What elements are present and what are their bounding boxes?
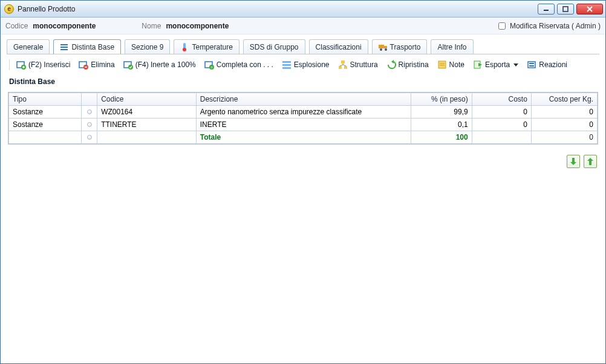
maximize-icon bbox=[562, 6, 569, 12]
reazioni-button[interactable]: Reazioni bbox=[524, 58, 572, 71]
tab-distinta-base[interactable]: Distinta Base bbox=[53, 39, 121, 54]
cell-costo[interactable]: 0 bbox=[472, 119, 531, 131]
minimize-button[interactable] bbox=[538, 4, 555, 15]
inserisci-label: (F2) Inserisci bbox=[28, 60, 70, 69]
close-button[interactable] bbox=[576, 4, 603, 15]
tab-sezione9[interactable]: Sezione 9 bbox=[125, 39, 170, 54]
col-tipo[interactable]: Tipo bbox=[9, 93, 82, 106]
svg-marker-46 bbox=[587, 158, 593, 161]
svg-line-32 bbox=[340, 65, 343, 66]
header-row: Codice monocomponente Nome monocomponent… bbox=[1, 18, 605, 34]
svg-rect-43 bbox=[529, 65, 534, 67]
modifica-riservata-checkbox[interactable]: Modifica Riservata ( Admin ) bbox=[496, 21, 601, 31]
tab-classificazioni[interactable]: Classificazioni bbox=[309, 39, 368, 54]
cell-descrizione[interactable]: INERTE bbox=[196, 119, 411, 131]
table-row[interactable]: Sostanze TTINERTE INERTE 0,1 0 0 bbox=[9, 119, 598, 131]
cell-costokg[interactable]: 0 bbox=[531, 106, 597, 119]
esplosione-button[interactable]: Esplosione bbox=[279, 58, 334, 71]
cell-costo[interactable]: 0 bbox=[472, 106, 531, 119]
svg-marker-45 bbox=[570, 162, 576, 165]
status-dot-icon bbox=[87, 109, 92, 114]
cell-status[interactable] bbox=[81, 119, 97, 131]
tab-label: SDS di Gruppo bbox=[250, 43, 299, 51]
svg-line-33 bbox=[343, 65, 346, 66]
cell-costokg[interactable]: 0 bbox=[531, 119, 597, 131]
table-row[interactable]: Sostanze WZ00164 Argento nanometrico sen… bbox=[9, 106, 598, 119]
cell-status[interactable] bbox=[81, 106, 97, 119]
cell-peso[interactable]: 0,1 bbox=[411, 119, 472, 131]
cell-total-label: Totale bbox=[196, 131, 411, 144]
esplosione-label: Esplosione bbox=[294, 60, 330, 69]
inerte-icon bbox=[123, 60, 133, 70]
codice-label: Codice bbox=[5, 22, 28, 30]
minimize-icon bbox=[543, 6, 549, 12]
svg-rect-29 bbox=[339, 66, 342, 69]
status-dot-icon bbox=[87, 122, 92, 127]
app-icon: e bbox=[4, 4, 14, 14]
col-peso[interactable]: % (in peso) bbox=[411, 93, 472, 106]
table-header-row: Tipo Codice Descrizione % (in peso) Cost… bbox=[9, 93, 598, 106]
completa-label: Completa con . . . bbox=[217, 60, 273, 69]
svg-marker-34 bbox=[391, 60, 394, 63]
svg-rect-27 bbox=[282, 67, 291, 69]
tabstrip: Generale Distinta Base Sezione 9 Tempera… bbox=[1, 34, 605, 54]
move-down-button[interactable] bbox=[567, 155, 580, 168]
inerte-button[interactable]: (F4) Inerte a 100% bbox=[120, 58, 200, 71]
distinta-base-table[interactable]: Tipo Codice Descrizione % (in peso) Cost… bbox=[8, 93, 598, 144]
svg-rect-4 bbox=[60, 44, 68, 45]
arrow-up-icon bbox=[587, 157, 594, 166]
svg-rect-25 bbox=[282, 61, 291, 63]
completa-icon: ? bbox=[204, 60, 214, 70]
arrow-down-icon bbox=[570, 157, 577, 166]
tab-sds-gruppo[interactable]: SDS di Gruppo bbox=[243, 39, 305, 54]
move-up-button[interactable] bbox=[584, 155, 597, 168]
svg-rect-47 bbox=[589, 161, 591, 165]
struttura-label: Struttura bbox=[350, 60, 378, 69]
panel-title: Distinta Base bbox=[1, 75, 605, 87]
struttura-button[interactable]: Struttura bbox=[335, 58, 382, 71]
note-button[interactable]: Note bbox=[434, 58, 469, 71]
tab-label: Temperature bbox=[192, 43, 232, 51]
cell-tipo bbox=[9, 131, 82, 144]
inserisci-button[interactable]: (F2) Inserisci bbox=[13, 58, 74, 71]
chevron-down-icon bbox=[513, 60, 518, 69]
svg-point-8 bbox=[183, 48, 186, 51]
reazioni-icon bbox=[527, 60, 536, 70]
tab-temperature[interactable]: Temperature bbox=[174, 39, 239, 54]
cell-peso[interactable]: 99,9 bbox=[411, 106, 472, 119]
cell-descrizione[interactable]: Argento nanometrico senza impurezze clas… bbox=[196, 106, 411, 119]
maximize-button[interactable] bbox=[557, 4, 574, 15]
col-costo[interactable]: Costo bbox=[472, 93, 531, 106]
restore-icon bbox=[386, 60, 396, 70]
svg-rect-35 bbox=[438, 61, 446, 68]
col-status[interactable] bbox=[81, 93, 97, 106]
completa-button[interactable]: ? Completa con . . . bbox=[201, 58, 278, 71]
tab-altre-info[interactable]: Altre Info bbox=[431, 39, 473, 54]
cell-tipo[interactable]: Sostanze bbox=[9, 106, 82, 119]
tab-generale[interactable]: Generale bbox=[7, 39, 50, 54]
cell-tipo[interactable]: Sostanze bbox=[9, 119, 82, 131]
modifica-riservata-input[interactable] bbox=[498, 22, 506, 30]
svg-rect-26 bbox=[282, 64, 291, 66]
cell-total-costokg: 0 bbox=[531, 131, 597, 144]
codice-value: monocomponente bbox=[33, 22, 96, 30]
esporta-button[interactable]: Esporta bbox=[470, 58, 523, 71]
elimina-button[interactable]: Elimina bbox=[76, 58, 119, 71]
window-title: Pannello Prodotto bbox=[18, 5, 534, 13]
col-codice[interactable]: Codice bbox=[97, 93, 197, 106]
esporta-label: Esporta bbox=[485, 60, 510, 69]
cell-codice[interactable]: TTINERTE bbox=[97, 119, 197, 131]
tab-label: Generale bbox=[13, 43, 43, 51]
nome-label: Nome bbox=[142, 22, 161, 30]
thermometer-icon bbox=[180, 43, 189, 51]
ripristina-button[interactable]: Ripristina bbox=[383, 58, 433, 71]
col-costokg[interactable]: Costo per Kg. bbox=[531, 93, 597, 106]
cell-codice[interactable]: WZ00164 bbox=[97, 106, 197, 119]
reazioni-label: Reazioni bbox=[539, 60, 567, 69]
cell-total-costo bbox=[472, 131, 531, 144]
svg-rect-28 bbox=[341, 60, 345, 63]
esplosione-icon bbox=[282, 60, 292, 70]
tab-trasporto[interactable]: Trasporto bbox=[372, 39, 428, 54]
tab-label: Classificazioni bbox=[316, 43, 362, 51]
col-descrizione[interactable]: Descrizione bbox=[196, 93, 411, 106]
